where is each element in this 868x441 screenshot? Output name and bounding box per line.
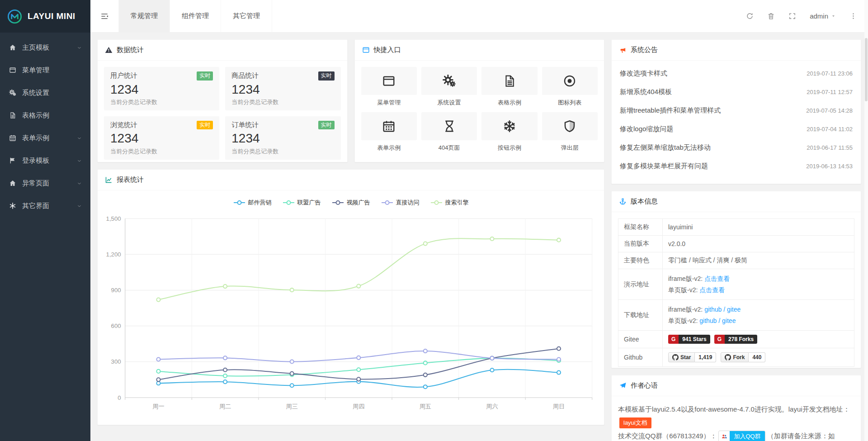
calendar-icon <box>382 119 396 133</box>
notice-text: 修改选项卡样式 <box>620 69 667 78</box>
version-table: 框架名称layuimini当前版本v2.0.0主要特色零门槛 / 响应式 / 清… <box>618 218 854 367</box>
link-点击查看[interactable]: 点击查看 <box>699 286 725 294</box>
svg-text:1,200: 1,200 <box>106 251 121 258</box>
notice-item[interactable]: 修改选项卡样式2019-07-11 23:06 <box>619 64 854 83</box>
sidebar-item-0[interactable]: 主页模板 <box>0 36 90 59</box>
header: 常规管理组件管理其它管理 admin <box>90 0 868 33</box>
top-row: 数据统计 用户统计实时1234当前分类总记录数商品统计实时1234当前分类总记录… <box>97 39 604 162</box>
panel-title: 快捷入口 <box>374 46 401 54</box>
version-value: v2.0.0 <box>668 240 685 247</box>
sidebar-item-2[interactable]: 系统设置 <box>0 81 90 104</box>
stat-badge: 实时 <box>318 121 335 130</box>
svg-text:周二: 周二 <box>219 403 231 410</box>
notice-item[interactable]: 修复左侧菜单缩放tab无法移动2019-06-17 11:55 <box>619 138 854 157</box>
sidebar-item-5[interactable]: 登录模板 <box>0 149 90 172</box>
stat-value: 1234 <box>110 82 213 97</box>
gitee-badge-text: 278 Forks <box>725 335 757 344</box>
link-github[interactable]: github <box>704 306 722 313</box>
quick-entry-5[interactable]: 404页面 <box>421 112 477 152</box>
gitee-badge[interactable]: G941 Stars <box>668 335 710 344</box>
separator: / <box>722 306 727 313</box>
panel-title: 作者心语 <box>631 381 658 390</box>
legend-邮件营销[interactable]: 邮件营销 <box>233 199 272 207</box>
quick-entry-7[interactable]: 弹出层 <box>542 112 598 152</box>
sidebar-item-7[interactable]: 其它界面 <box>0 194 90 217</box>
trash-icon[interactable] <box>767 12 775 20</box>
scrollbar-thumb[interactable] <box>865 38 868 101</box>
gitee-icon: G <box>668 335 679 344</box>
link-点击查看[interactable]: 点击查看 <box>704 275 730 282</box>
layui-doc-badge[interactable]: layui文档 <box>619 417 651 428</box>
legend-marker-icon <box>233 200 245 205</box>
notice-text: 新增treetable插件和菜单管理样式 <box>620 106 721 115</box>
chevron-down-icon <box>76 203 82 209</box>
version-line: 单页版-v2: 点击查看 <box>668 285 849 296</box>
stat-title: 用户统计 <box>110 71 137 80</box>
svg-text:600: 600 <box>111 322 121 329</box>
tab-0[interactable]: 常规管理 <box>118 0 170 32</box>
author-panel: 作者心语 本模板基于layui2.5.4以及font-awesome-4.7.0… <box>611 375 861 441</box>
notice-item[interactable]: 新增treetable插件和菜单管理样式2019-07-05 14:28 <box>619 101 854 120</box>
version-label: 主要特色 <box>618 252 663 269</box>
menu-toggle-icon[interactable] <box>90 0 118 32</box>
version-line: 单页版-v2: github / gitee <box>668 315 849 327</box>
file-icon <box>503 74 516 88</box>
quick-entry-4[interactable]: 表单示例 <box>361 112 417 152</box>
notice-item[interactable]: 修复多模块菜单栏展开有问题2019-06-13 14:53 <box>619 157 854 175</box>
panel-title: 版本信息 <box>631 197 658 206</box>
tab-2[interactable]: 其它管理 <box>221 0 272 32</box>
quick-entry-0[interactable]: 菜单管理 <box>361 67 417 107</box>
legend-直接访问[interactable]: 直接访问 <box>381 199 420 207</box>
github-fork-button[interactable]: Fork440 <box>721 352 765 362</box>
github-star-button[interactable]: Star1,419 <box>668 352 716 362</box>
app-logo[interactable]: LAYUI MINI <box>0 0 90 33</box>
stat-card: 订单统计实时1234当前分类总记录数 <box>225 116 340 160</box>
refresh-icon[interactable] <box>746 12 754 20</box>
sidebar-item-1[interactable]: 菜单管理 <box>0 59 90 81</box>
tab-1[interactable]: 组件管理 <box>170 0 221 32</box>
svg-text:周四: 周四 <box>353 403 364 410</box>
quick-entry-2[interactable]: 表格示例 <box>481 67 537 107</box>
join-qq-button[interactable]: 加入QQ群 <box>718 431 765 441</box>
link-github[interactable]: github <box>699 317 717 324</box>
quick-entry-3[interactable]: 图标列表 <box>542 67 598 107</box>
notice-date: 2019-07-11 12:57 <box>807 89 853 95</box>
more-menu-icon[interactable] <box>849 12 857 20</box>
page-scrollbar[interactable] <box>864 0 868 441</box>
gitee-badge[interactable]: G278 Forks <box>714 335 757 344</box>
line-prefix: 单页版-v2: <box>668 317 698 324</box>
user-menu[interactable]: admin <box>810 12 836 20</box>
stat-value: 1234 <box>231 82 334 97</box>
chevron-down-icon <box>76 180 82 186</box>
link-gitee[interactable]: gitee <box>727 306 741 313</box>
quick-entry-label: 图标列表 <box>542 99 598 107</box>
sidebar-item-4[interactable]: 表单示例 <box>0 127 90 149</box>
panel-title: 系统公告 <box>631 46 658 54</box>
quick-entry-6[interactable]: 按钮示例 <box>481 112 537 152</box>
legend-搜索引擎[interactable]: 搜索引擎 <box>430 199 469 207</box>
fullscreen-icon[interactable] <box>788 12 796 20</box>
report-panel: 报表统计 邮件营销联盟广告视频广告直接访问搜索引擎 03006009001,20… <box>97 169 604 425</box>
link-gitee[interactable]: gitee <box>722 317 736 324</box>
sidebar-item-3[interactable]: 表格示例 <box>0 104 90 127</box>
legend-视频广告[interactable]: 视频广告 <box>332 199 370 207</box>
sidebar-item-label: 异常页面 <box>22 179 76 188</box>
legend-marker-icon <box>430 200 443 205</box>
bullhorn-icon <box>619 46 627 54</box>
legend-marker-icon <box>332 200 344 205</box>
legend-联盟广告[interactable]: 联盟广告 <box>283 199 321 207</box>
quick-entry-label: 404页面 <box>421 144 477 152</box>
notice-item[interactable]: 新增系统404模板2019-07-11 12:57 <box>619 83 854 101</box>
notice-panel: 系统公告 修改选项卡样式2019-07-11 23:06新增系统404模板201… <box>611 39 861 184</box>
sidebar-item-label: 登录模板 <box>22 156 76 165</box>
notice-text: 修改logo缩放问题 <box>620 125 673 133</box>
sidebar-item-6[interactable]: 异常页面 <box>0 172 90 194</box>
quick-entry-1[interactable]: 系统设置 <box>421 67 477 107</box>
svg-text:周日: 周日 <box>553 403 565 410</box>
legend-label: 邮件营销 <box>248 199 272 207</box>
notice-item[interactable]: 修改logo缩放问题2019-07-04 11:02 <box>619 120 854 138</box>
version-value: layuimini <box>668 223 693 231</box>
caret-down-icon <box>831 14 836 19</box>
quick-entry-label: 弹出层 <box>542 144 598 152</box>
stat-value: 1234 <box>110 131 213 146</box>
